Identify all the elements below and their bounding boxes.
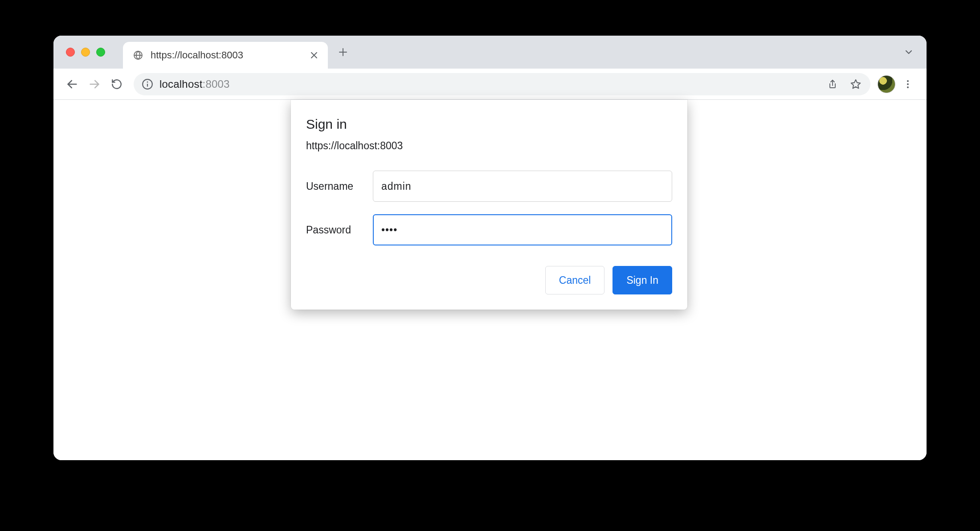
back-button[interactable]	[62, 74, 82, 94]
svg-point-9	[907, 86, 909, 88]
browser-menu-button[interactable]	[898, 74, 918, 94]
http-auth-dialog: Sign in https://localhost:8003 Username …	[291, 100, 687, 310]
reload-button[interactable]	[107, 74, 127, 94]
password-input[interactable]	[373, 214, 672, 245]
page-content: Sign in https://localhost:8003 Username …	[53, 100, 927, 460]
toolbar: localhost:8003	[53, 69, 927, 100]
window-minimize-button[interactable]	[81, 48, 90, 57]
browser-tab[interactable]: https://localhost:8003	[123, 42, 328, 69]
window-controls	[66, 48, 105, 57]
share-icon[interactable]	[824, 76, 841, 93]
sign-in-button[interactable]: Sign In	[612, 266, 672, 294]
cancel-button[interactable]: Cancel	[545, 266, 605, 294]
dialog-buttons: Cancel Sign In	[306, 266, 672, 294]
svg-point-7	[907, 80, 909, 82]
password-label: Password	[306, 224, 359, 236]
username-input[interactable]	[373, 171, 672, 202]
svg-point-8	[907, 83, 909, 85]
window-close-button[interactable]	[66, 48, 75, 57]
address-bar[interactable]: localhost:8003	[134, 73, 870, 95]
chevron-down-icon[interactable]	[903, 47, 914, 57]
url-host: localhost	[159, 78, 203, 90]
window-zoom-button[interactable]	[96, 48, 105, 57]
site-info-icon[interactable]	[142, 78, 153, 90]
address-bar-url: localhost:8003	[159, 78, 818, 90]
profile-avatar[interactable]	[878, 75, 895, 93]
globe-icon	[133, 50, 143, 61]
username-label: Username	[306, 180, 359, 192]
svg-marker-6	[851, 80, 861, 88]
svg-point-5	[147, 81, 148, 82]
dialog-title: Sign in	[306, 117, 672, 132]
forward-button[interactable]	[85, 74, 104, 94]
new-tab-button[interactable]	[332, 41, 354, 63]
tab-title: https://localhost:8003	[151, 49, 303, 61]
tab-close-button[interactable]	[310, 51, 318, 59]
dialog-origin: https://localhost:8003	[306, 140, 672, 152]
bookmark-icon[interactable]	[847, 76, 864, 93]
browser-window: https://localhost:8003	[53, 36, 927, 460]
url-port: :8003	[203, 78, 230, 90]
tab-strip: https://localhost:8003	[53, 36, 927, 69]
